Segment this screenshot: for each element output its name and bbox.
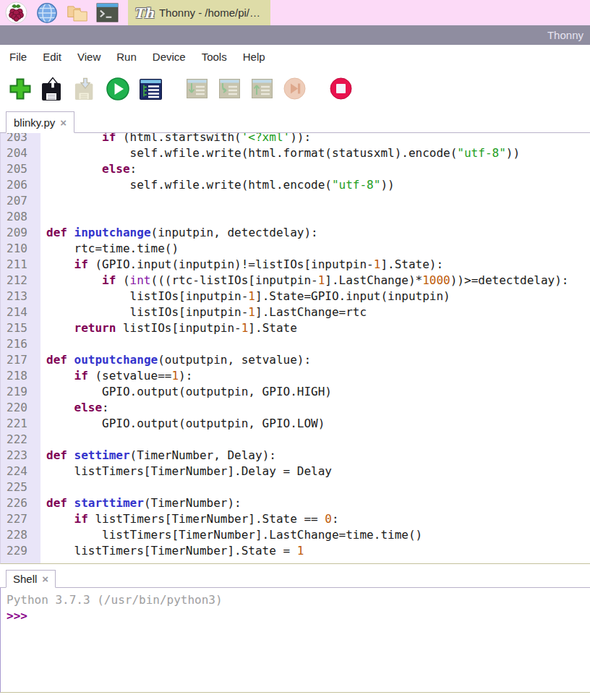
line-number: 219 xyxy=(1,384,40,400)
tab-blinky-py[interactable]: blinky.py × xyxy=(6,111,74,133)
line-number: 216 xyxy=(1,336,40,352)
code-editor[interactable]: 203 if (html.startswith('<?xml')):204 se… xyxy=(0,133,590,564)
shell-tab-close-icon[interactable]: × xyxy=(42,575,48,584)
line-number: 206 xyxy=(1,177,40,193)
stop-button[interactable] xyxy=(328,76,354,102)
code-line: 212 if (int(((rtc-listIOs[inputpin-1].La… xyxy=(1,273,590,289)
code-line: 218 if (setvalue==1): xyxy=(1,368,590,384)
load-file-button[interactable] xyxy=(40,76,66,102)
raspberry-menu-icon[interactable] xyxy=(5,1,27,24)
code-text: else: xyxy=(40,161,137,177)
line-number: 224 xyxy=(1,464,40,479)
menu-file[interactable]: File xyxy=(1,47,35,67)
line-number: 226 xyxy=(1,495,40,511)
shell-tab-row: Shell × xyxy=(0,570,590,588)
code-text: listIOs[inputpin-1].LastChange=rtc xyxy=(40,304,367,320)
terminal-icon xyxy=(96,3,119,22)
floppy-open-icon xyxy=(40,76,65,102)
step-out-icon xyxy=(250,77,274,101)
new-file-button[interactable] xyxy=(7,76,33,102)
code-line: 210 rtc=time.time() xyxy=(1,241,590,257)
line-number: 228 xyxy=(1,527,40,543)
os-taskbar: Th Thonny - /home/pi/… xyxy=(0,0,590,25)
terminal-icon[interactable] xyxy=(96,1,119,24)
code-text: def settimer(TimerNumber, Delay): xyxy=(40,448,276,464)
code-line: 215 return listIOs[inputpin-1].State xyxy=(1,320,590,336)
editor-shell-sash[interactable] xyxy=(0,564,590,570)
line-number: 203 xyxy=(1,133,40,145)
code-line: 223def settimer(TimerNumber, Delay): xyxy=(1,448,590,464)
code-line: 208 xyxy=(1,209,590,225)
menu-tools[interactable]: Tools xyxy=(194,47,235,67)
code-line: 224 listTimers[TimerNumber].Delay = Dela… xyxy=(1,464,590,479)
code-line: 225 xyxy=(1,479,590,495)
line-number: 211 xyxy=(1,257,40,273)
run-script-button[interactable] xyxy=(105,76,131,102)
code-text: if (setvalue==1): xyxy=(40,368,192,384)
line-number: 221 xyxy=(1,416,40,432)
code-line: 217def outputchange(outputpin, setvalue)… xyxy=(1,352,590,368)
code-line: 216 xyxy=(1,336,590,352)
globe-icon xyxy=(36,2,58,24)
code-text: if listTimers[TimerNumber].State == 0: xyxy=(40,511,339,527)
debug-script-button[interactable] xyxy=(137,76,163,102)
resume-icon xyxy=(283,77,307,101)
code-line: 227 if listTimers[TimerNumber].State == … xyxy=(1,511,590,527)
menu-run[interactable]: Run xyxy=(108,47,145,67)
line-number: 225 xyxy=(1,479,40,495)
taskbar-thonny-button[interactable]: Th Thonny - /home/pi/… xyxy=(128,0,270,25)
code-line: 209def inputchange(inputpin, detectdelay… xyxy=(1,225,590,241)
editor-tab-row: blinky.py × xyxy=(0,108,590,133)
menubar: FileEditViewRunDeviceToolsHelp xyxy=(0,45,590,69)
editor-code: 203 if (html.startswith('<?xml')):204 se… xyxy=(1,133,590,559)
code-line: 214 listIOs[inputpin-1].LastChange=rtc xyxy=(1,304,590,320)
step-into-button xyxy=(216,76,242,102)
menu-edit[interactable]: Edit xyxy=(35,47,69,67)
save-file-button xyxy=(72,76,98,102)
line-number: 229 xyxy=(1,543,40,559)
code-text: if (GPIO.input(inputpin)!=listIOs[inputp… xyxy=(40,257,443,273)
shell-pane[interactable]: Python 3.7.3 (/usr/bin/python3) >>> xyxy=(0,588,590,693)
window-titlebar: Thonny xyxy=(0,25,590,45)
code-line: 219 GPIO.output(outputpin, GPIO.HIGH) xyxy=(1,384,590,400)
thonny-window: Th Thonny - /home/pi/… Thonny FileEditVi… xyxy=(0,0,590,700)
code-text xyxy=(40,209,46,225)
code-text: self.wfile.write(html.format(statusxml).… xyxy=(40,145,520,161)
code-text xyxy=(40,479,46,495)
menu-device[interactable]: Device xyxy=(145,47,194,67)
web-browser-icon[interactable] xyxy=(35,1,58,24)
step-into-icon xyxy=(218,77,241,101)
line-number: 223 xyxy=(1,448,40,464)
step-over-icon xyxy=(185,77,209,101)
plus-icon xyxy=(8,77,33,101)
code-text xyxy=(40,193,46,209)
tab-blinky-py-label: blinky.py xyxy=(14,116,55,129)
code-line: 205 else: xyxy=(1,161,590,177)
code-text: self.wfile.write(html.encode("utf-8")) xyxy=(40,177,395,193)
code-line: 203 if (html.startswith('<?xml')): xyxy=(1,133,590,145)
line-number: 207 xyxy=(1,193,40,209)
tab-shell[interactable]: Shell × xyxy=(6,570,56,588)
file-manager-icon[interactable] xyxy=(66,1,88,24)
raspberry-menu-icon xyxy=(5,1,27,24)
line-number: 210 xyxy=(1,241,40,257)
line-number: 227 xyxy=(1,511,40,527)
code-text xyxy=(40,432,46,448)
code-text: if (html.startswith('<?xml')): xyxy=(40,133,311,145)
code-text xyxy=(40,336,46,352)
line-number: 204 xyxy=(1,145,40,161)
code-text: rtc=time.time() xyxy=(40,241,179,257)
code-text: def inputchange(inputpin, detectdelay): xyxy=(40,225,318,241)
menu-help[interactable]: Help xyxy=(235,47,273,67)
code-line: 220 else: xyxy=(1,400,590,416)
code-line: 226def starttimer(TimerNumber): xyxy=(1,495,590,511)
resume-button xyxy=(281,76,307,102)
step-out-button xyxy=(249,76,275,102)
code-line: 206 self.wfile.write(html.encode("utf-8"… xyxy=(1,177,590,193)
menu-view[interactable]: View xyxy=(69,47,108,67)
line-number: 212 xyxy=(1,273,40,289)
code-text: GPIO.output(outputpin, GPIO.HIGH) xyxy=(40,384,332,400)
window-title: Thonny xyxy=(547,29,583,41)
code-text: GPIO.output(outputpin, GPIO.LOW) xyxy=(40,416,325,432)
tab-close-icon[interactable]: × xyxy=(60,119,67,127)
